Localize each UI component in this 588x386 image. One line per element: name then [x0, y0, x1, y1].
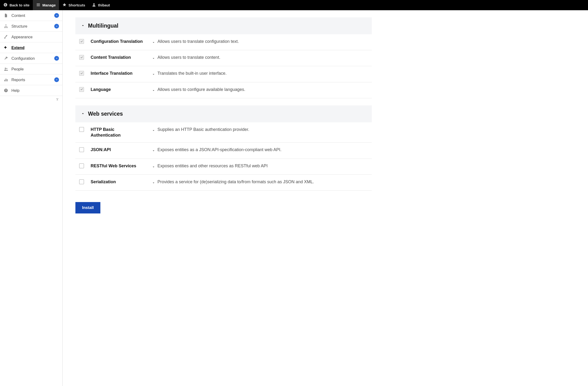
module-description: Exposes entities as a JSON:API-specifica… — [157, 147, 281, 153]
module-row: Configuration Translation Allows users t… — [75, 34, 372, 50]
file-icon — [3, 13, 9, 18]
manage-button[interactable]: Manage — [33, 0, 59, 10]
wrench-icon — [3, 56, 9, 61]
chevron-down-icon — [152, 40, 155, 45]
sidebar-item-label: Reports — [11, 78, 25, 82]
module-description: Provides a service for (de)serializing d… — [157, 179, 314, 185]
manage-label: Manage — [42, 3, 56, 7]
section-header-multilingual[interactable]: Multilingual — [75, 17, 372, 34]
module-checkbox[interactable] — [79, 164, 84, 168]
chevron-up-icon — [81, 112, 85, 116]
chevron-down-icon[interactable] — [54, 13, 59, 18]
user-menu-button[interactable]: thibaut — [88, 0, 113, 10]
hamburger-icon — [36, 3, 41, 8]
module-name: Language — [91, 87, 148, 92]
section-title: Web services — [88, 111, 123, 117]
svg-point-9 — [5, 67, 6, 69]
module-checkbox[interactable] — [79, 55, 84, 60]
expand-toggle[interactable] — [152, 147, 155, 154]
install-button[interactable]: Install — [75, 202, 100, 214]
expand-toggle[interactable] — [152, 127, 155, 134]
chevron-down-icon[interactable] — [54, 56, 59, 61]
collapse-up-icon — [56, 98, 59, 103]
module-name: Configuration Translation — [91, 39, 148, 44]
module-checkbox[interactable] — [79, 147, 84, 152]
sidebar-collapse-toggle[interactable] — [0, 96, 62, 105]
back-to-site-button[interactable]: Back to site — [0, 0, 33, 10]
svg-rect-13 — [7, 79, 8, 81]
people-icon — [3, 66, 9, 72]
shortcuts-button[interactable]: Shortcuts — [59, 0, 88, 10]
sidebar-item-label: Configuration — [11, 56, 35, 61]
section-header-web-services[interactable]: Web services — [75, 106, 372, 122]
svg-rect-7 — [6, 27, 6, 28]
sidebar-item-configuration[interactable]: Configuration — [0, 53, 62, 64]
brush-icon — [3, 34, 9, 40]
chevron-down-icon[interactable] — [54, 24, 59, 29]
sidebar-item-reports[interactable]: Reports — [0, 74, 62, 85]
section-title: Multilingual — [88, 22, 118, 29]
module-checkbox[interactable] — [79, 71, 84, 76]
user-name-label: thibaut — [98, 3, 110, 7]
chevron-down-icon[interactable] — [54, 77, 59, 82]
sidebar-item-label: Content — [11, 13, 25, 18]
chevron-down-icon — [152, 165, 155, 170]
chevron-down-icon — [152, 128, 155, 133]
back-to-site-label: Back to site — [10, 3, 29, 7]
svg-text:?: ? — [5, 89, 7, 92]
sidebar-item-content[interactable]: Content — [0, 10, 62, 21]
module-description: Translates the built-in user interface. — [157, 70, 227, 76]
module-row: Serialization Provides a service for (de… — [75, 175, 372, 191]
svg-point-10 — [6, 68, 7, 69]
svg-point-4 — [93, 3, 95, 5]
expand-toggle[interactable] — [152, 179, 155, 186]
module-description: Allows users to translate configuration … — [157, 39, 239, 44]
chevron-up-icon — [81, 23, 85, 28]
sidebar-item-help[interactable]: ? Help — [0, 85, 62, 96]
module-checkbox[interactable] — [79, 87, 84, 92]
module-name: JSON:API — [91, 147, 148, 152]
module-row: Language Allows users to configure avail… — [75, 82, 372, 98]
svg-rect-3 — [37, 6, 40, 6]
module-row: RESTful Web Services Exposes entities an… — [75, 159, 372, 175]
svg-rect-11 — [4, 80, 5, 81]
module-row: Content Translation Allows users to tran… — [75, 50, 372, 66]
chevron-down-icon — [152, 72, 155, 77]
module-description: Allows users to configure available lang… — [157, 87, 245, 93]
chevron-down-icon — [152, 56, 155, 61]
expand-toggle[interactable] — [152, 39, 155, 46]
module-description: Supplies an HTTP Basic authentication pr… — [157, 127, 249, 132]
module-name: RESTful Web Services — [91, 163, 148, 169]
sidebar-item-label: Extend — [11, 45, 24, 50]
module-checkbox[interactable] — [79, 179, 84, 184]
module-row: Interface Translation Translates the bui… — [75, 66, 372, 82]
hierarchy-icon — [3, 23, 9, 29]
expand-toggle[interactable] — [152, 55, 155, 62]
svg-rect-6 — [4, 27, 5, 28]
sidebar-item-label: Structure — [11, 24, 27, 29]
top-toolbar: Back to site Manage Shortcuts thibaut — [0, 0, 588, 10]
person-icon — [92, 3, 96, 8]
expand-toggle[interactable] — [152, 87, 155, 94]
module-checkbox[interactable] — [79, 127, 84, 132]
svg-rect-16 — [56, 98, 58, 99]
admin-sidebar: Content Structure Appearance Extend — [0, 10, 63, 386]
module-name: HTTP Basic Authentication — [91, 127, 148, 138]
main-content: Multilingual Configuration Translation A… — [63, 10, 588, 386]
sidebar-item-label: Appearance — [11, 35, 33, 39]
sidebar-item-extend[interactable]: Extend — [0, 42, 62, 53]
svg-rect-12 — [6, 79, 6, 81]
sidebar-item-label: People — [11, 67, 23, 71]
star-icon — [62, 3, 67, 8]
expand-toggle[interactable] — [152, 163, 155, 170]
bar-chart-icon — [3, 77, 9, 82]
module-row: HTTP Basic Authentication Supplies an HT… — [75, 122, 372, 143]
sidebar-item-label: Help — [11, 88, 20, 93]
expand-toggle[interactable] — [152, 70, 155, 78]
puzzle-icon — [3, 45, 9, 50]
module-checkbox[interactable] — [79, 39, 84, 44]
module-row: JSON:API Exposes entities as a JSON:API-… — [75, 143, 372, 158]
sidebar-item-appearance[interactable]: Appearance — [0, 32, 62, 42]
sidebar-item-structure[interactable]: Structure — [0, 21, 62, 32]
sidebar-item-people[interactable]: People — [0, 64, 62, 74]
